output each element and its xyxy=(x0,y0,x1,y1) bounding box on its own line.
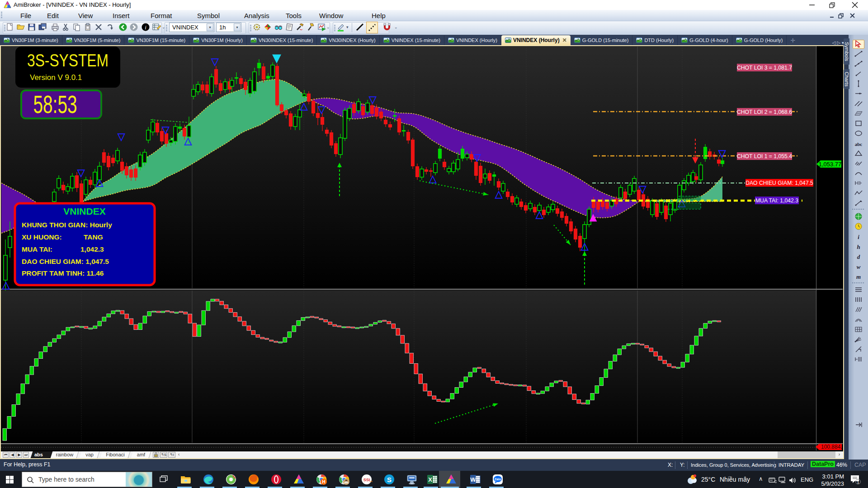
svg-text:DAO CHIEU GIAM: 1,047.5: DAO CHIEU GIAM: 1,047.5 xyxy=(745,180,813,186)
svg-text:KHUNG THOI GIAN: Hourly: KHUNG THOI GIAN: Hourly xyxy=(22,221,112,229)
svg-text:PROFIT TAM TINH: 11.46: PROFIT TAM TINH: 11.46 xyxy=(22,269,104,277)
svg-text:58:53: 58:53 xyxy=(33,90,77,118)
svg-text:Zalo: Zalo xyxy=(495,478,501,481)
svg-text:XU HUONG:: XU HUONG: xyxy=(22,233,62,241)
svg-text:X: X xyxy=(428,476,432,483)
svg-text:i: i xyxy=(145,24,146,31)
svg-text:SSI: SSI xyxy=(363,478,370,482)
svg-text:pro: pro xyxy=(370,480,373,483)
svg-text:1,042.3: 1,042.3 xyxy=(80,245,104,253)
svg-text:1: 1 xyxy=(857,480,859,484)
svg-text:S: S xyxy=(387,476,392,483)
svg-text:H: H xyxy=(322,479,325,484)
svg-text:100.884.0: 100.884.0 xyxy=(821,444,843,450)
svg-text:CHOT LOI 3 = 1,081.7: CHOT LOI 3 = 1,081.7 xyxy=(737,65,792,71)
svg-text:1,053.77: 1,053.77 xyxy=(819,161,842,168)
svg-text:Version V 9.0.1: Version V 9.0.1 xyxy=(30,73,82,82)
svg-text:VNINDEX: VNINDEX xyxy=(63,206,105,216)
svg-text:MUA TAI: 1,042.3: MUA TAI: 1,042.3 xyxy=(755,197,798,204)
svg-text:W: W xyxy=(470,476,476,483)
svg-text:CHOT LOI 1 = 1,055.4: CHOT LOI 1 = 1,055.4 xyxy=(737,153,792,160)
svg-text:3S-SYSTEM: 3S-SYSTEM xyxy=(27,51,108,70)
svg-text:DAO CHIEU GIAM: 1,047.5: DAO CHIEU GIAM: 1,047.5 xyxy=(22,258,109,265)
svg-text:CHOT LOI 2 = 1,068.6: CHOT LOI 2 = 1,068.6 xyxy=(737,109,792,115)
svg-text:MUA TAI:: MUA TAI: xyxy=(22,245,52,253)
svg-text:TANG: TANG xyxy=(84,233,103,241)
